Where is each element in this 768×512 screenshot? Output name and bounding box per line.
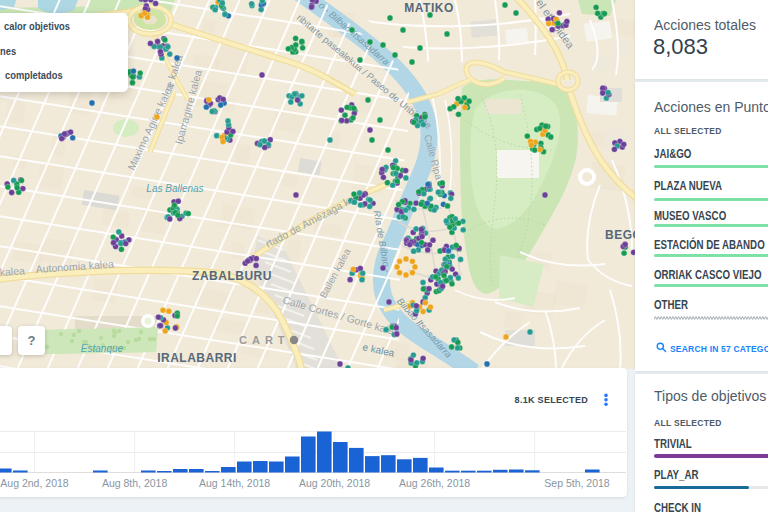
svg-text:kalea: kalea [0, 264, 25, 278]
svg-text:CART: CART [239, 334, 290, 346]
svg-text:Estanque: Estanque [81, 343, 124, 354]
svg-text:BEGOÑA: BEGOÑA [605, 227, 635, 242]
svg-text:ZABALBURU: ZABALBURU [192, 269, 272, 283]
svg-text:Las Ballenas: Las Ballenas [146, 183, 203, 194]
svg-text:IRALABARRI: IRALABARRI [157, 351, 237, 365]
